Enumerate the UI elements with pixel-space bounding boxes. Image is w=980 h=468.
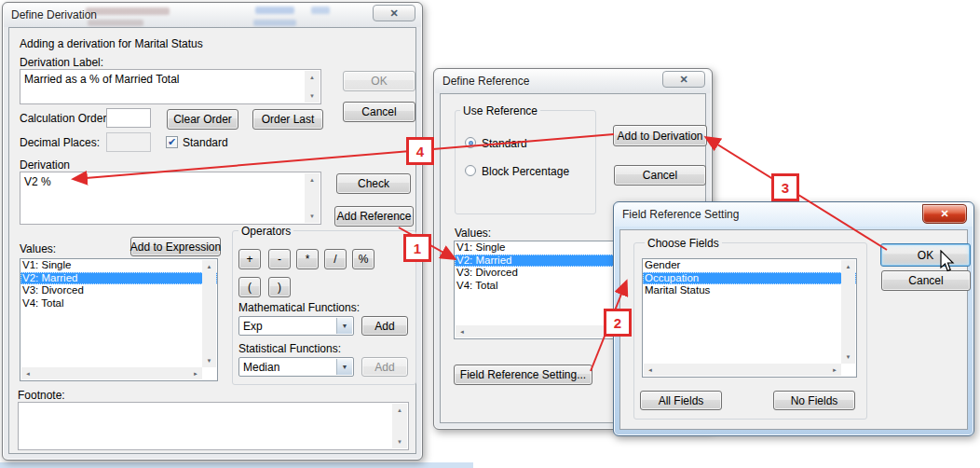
- block-percentage-radio[interactable]: [465, 165, 476, 176]
- stat-functions-value: Median: [243, 361, 279, 374]
- no-fields-button[interactable]: No Fields: [773, 391, 855, 410]
- chevron-down-icon[interactable]: ▼: [336, 359, 352, 375]
- screen: Define Derivation ✕ Adding a derivation …: [0, 0, 980, 468]
- background-smudge: [86, 7, 170, 15]
- define-derivation-dialog: Define Derivation ✕ Adding a derivation …: [2, 2, 423, 461]
- cancel-button[interactable]: Cancel: [614, 165, 706, 186]
- list-item[interactable]: Marital Status: [643, 284, 856, 297]
- derivation-label-caption: Derivation Label:: [20, 56, 103, 69]
- all-fields-button[interactable]: All Fields: [640, 391, 722, 410]
- vertical-scrollbar[interactable]: ▲ ▼: [202, 260, 216, 367]
- scroll-up-icon[interactable]: ▲: [305, 71, 320, 84]
- scroll-right-icon[interactable]: ►: [191, 367, 200, 379]
- choose-fields-group-label: Choose Fields: [645, 237, 722, 250]
- field-reference-setting-titlebar[interactable]: Field Reference Setting: [615, 203, 973, 227]
- scroll-left-icon[interactable]: ◄: [23, 367, 33, 379]
- scroll-down-icon[interactable]: ▼: [305, 210, 320, 223]
- scroll-down-icon[interactable]: ▼: [202, 356, 216, 365]
- field-reference-setting-button[interactable]: Field Reference Setting...: [454, 365, 592, 385]
- scroll-up-icon[interactable]: ▲: [202, 262, 216, 271]
- scroll-up-icon[interactable]: ▲: [392, 404, 407, 417]
- use-reference-groupbox: [455, 110, 596, 214]
- add-to-derivation-button[interactable]: Add to Derivation: [613, 125, 707, 146]
- list-item-selected[interactable]: Occupation: [643, 272, 856, 285]
- add-reference-button[interactable]: Add Reference: [334, 206, 414, 227]
- block-percentage-radio-label[interactable]: Block Percentage: [482, 165, 569, 178]
- define-reference-title: Define Reference: [442, 75, 529, 88]
- add-to-expression-button[interactable]: Add to Expression: [130, 237, 221, 256]
- cancel-button[interactable]: Cancel: [881, 270, 971, 291]
- chevron-down-icon[interactable]: ▼: [336, 318, 352, 334]
- scroll-up-icon[interactable]: ▲: [841, 262, 855, 271]
- background-smudge: [255, 7, 294, 14]
- check-button[interactable]: Check: [336, 173, 411, 194]
- footnote-input[interactable]: ▲ ▼: [18, 402, 409, 450]
- list-item[interactable]: V1: Single: [20, 259, 217, 272]
- ok-button[interactable]: OK: [880, 243, 971, 267]
- list-item-selected[interactable]: V2: Married: [20, 272, 217, 285]
- field-reference-setting-dialog: Field Reference Setting ✕ Choose Fields …: [613, 201, 974, 436]
- step-badge-1: 1: [403, 234, 431, 262]
- derivation-expression-input[interactable]: V2 % ▲ ▼: [20, 172, 321, 225]
- operator-open-paren-button[interactable]: (: [238, 277, 261, 297]
- close-icon[interactable]: ✕: [922, 204, 967, 224]
- list-item[interactable]: V4: Total: [20, 297, 217, 310]
- background-window-sliver: [0, 462, 473, 468]
- list-item[interactable]: V3: Divorced: [20, 284, 217, 297]
- values-label: Values:: [20, 242, 56, 255]
- order-last-button[interactable]: Order Last: [252, 109, 323, 130]
- background-smudge: [253, 20, 296, 26]
- derivation-label-scrollbar[interactable]: ▲ ▼: [305, 71, 320, 103]
- mouse-cursor: [939, 250, 955, 272]
- derivation-intro-text: Adding a derivation for Marital Status: [20, 37, 203, 50]
- operator-close-paren-button[interactable]: ): [268, 277, 291, 297]
- clear-order-button[interactable]: Clear Order: [167, 109, 238, 130]
- math-functions-dropdown[interactable]: Exp ▼: [238, 316, 354, 336]
- step-badge-2: 2: [604, 309, 632, 337]
- operator-multiply-button[interactable]: *: [296, 249, 319, 269]
- scroll-down-icon[interactable]: ▼: [392, 435, 407, 448]
- calculation-order-input[interactable]: [106, 108, 151, 128]
- vertical-scrollbar[interactable]: ▲ ▼: [841, 260, 855, 364]
- derivation-label-input[interactable]: Married as a % of Married Total ▲ ▼: [20, 69, 321, 104]
- values-listbox[interactable]: V1: Single V2: Married V3: Divorced V4: …: [20, 258, 218, 381]
- step-badge-3: 3: [771, 173, 799, 201]
- scroll-left-icon[interactable]: ◄: [646, 364, 655, 376]
- derivation-expression-scrollbar[interactable]: ▲ ▼: [305, 173, 320, 223]
- derivation-label-value: Married as a % of Married Total: [24, 73, 302, 86]
- scroll-right-icon[interactable]: ►: [830, 364, 839, 376]
- scroll-down-icon[interactable]: ▼: [841, 352, 855, 362]
- horizontal-scrollbar[interactable]: ◄ ►: [21, 367, 202, 379]
- scroll-left-icon[interactable]: ◄: [457, 325, 467, 337]
- ok-button[interactable]: OK: [343, 71, 415, 91]
- list-item[interactable]: Gender: [643, 259, 856, 272]
- define-derivation-titlebar[interactable]: Define Derivation: [4, 4, 421, 27]
- cancel-button[interactable]: Cancel: [343, 102, 415, 122]
- horizontal-scrollbar[interactable]: ◄ ►: [644, 364, 841, 376]
- check-icon: ✔: [168, 137, 176, 147]
- operator-plus-button[interactable]: +: [238, 249, 261, 269]
- derivation-caption: Derivation: [20, 158, 70, 172]
- fields-listbox[interactable]: Gender Occupation Marital Status ▲ ▼ ◄ ►: [642, 258, 857, 378]
- define-derivation-title: Define Derivation: [11, 8, 97, 21]
- standard-checkbox-label: Standard: [183, 136, 228, 149]
- operator-percent-button[interactable]: %: [352, 249, 374, 269]
- operator-divide-button[interactable]: /: [324, 249, 347, 269]
- standard-checkbox[interactable]: ✔: [166, 136, 178, 148]
- standard-radio[interactable]: [465, 137, 476, 148]
- footnote-scrollbar[interactable]: ▲ ▼: [392, 404, 407, 448]
- operator-minus-button[interactable]: -: [268, 249, 291, 269]
- decimal-places-input: [106, 132, 151, 152]
- standard-radio-label[interactable]: Standard: [482, 137, 527, 150]
- math-functions-label: Mathematical Functions:: [238, 301, 360, 314]
- operators-group-label: Operators: [238, 225, 293, 238]
- background-smudge: [311, 7, 330, 14]
- use-reference-group-label: Use Reference: [460, 104, 540, 117]
- math-add-button[interactable]: Add: [361, 316, 408, 336]
- calculation-order-label: Calculation Order:: [20, 112, 110, 125]
- scroll-down-icon[interactable]: ▼: [305, 89, 320, 103]
- scroll-up-icon[interactable]: ▲: [305, 173, 320, 186]
- close-icon[interactable]: ✕: [373, 5, 415, 21]
- stat-functions-dropdown[interactable]: Median ▼: [238, 357, 354, 377]
- close-icon[interactable]: ✕: [662, 71, 705, 88]
